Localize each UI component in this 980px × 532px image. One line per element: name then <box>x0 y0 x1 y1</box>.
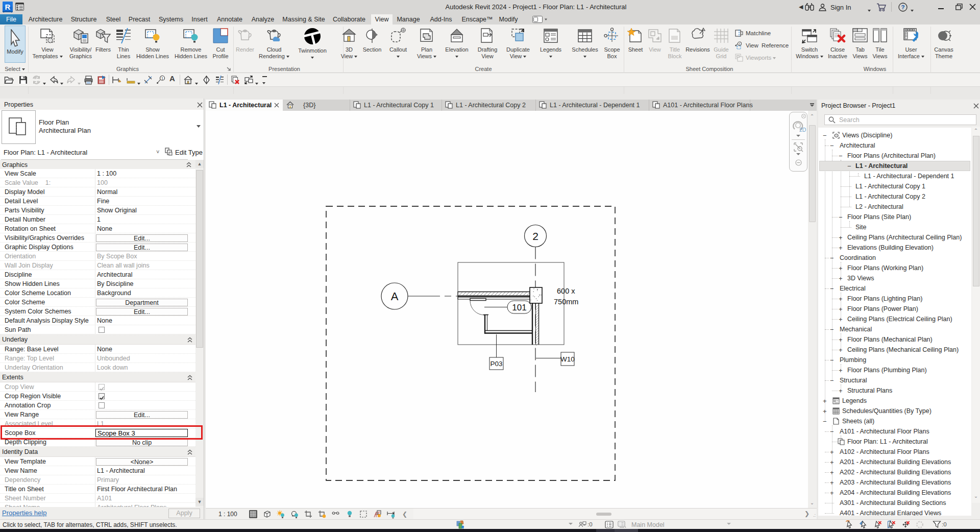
svg-text:R: R <box>5 3 11 11</box>
svg-text:2D: 2D <box>799 127 806 133</box>
svg-text:600 x: 600 x <box>557 287 575 295</box>
svg-text:2: 2 <box>532 230 538 242</box>
svg-text:?: ? <box>901 4 904 10</box>
svg-text:750mm: 750mm <box>554 298 578 306</box>
svg-text:101: 101 <box>512 303 526 312</box>
svg-text:A: A <box>391 290 399 303</box>
svg-text:P03: P03 <box>490 360 502 368</box>
svg-text:W10: W10 <box>560 355 575 363</box>
svg-text:1: 1 <box>161 77 163 80</box>
svg-text:1: 1 <box>739 42 741 46</box>
